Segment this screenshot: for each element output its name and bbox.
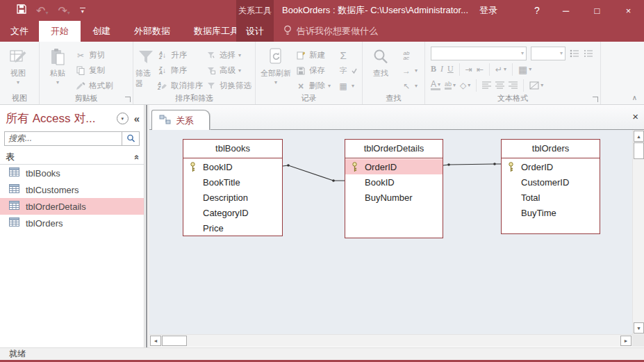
table-box-tblOrders[interactable]: tblOrders OrderID CustomerID Total BuyTi… [501,139,600,234]
copy-button[interactable]: 复制 [74,63,115,78]
refresh-all-button[interactable]: 全部刷新 ▾ [258,45,294,85]
close-button[interactable]: × [613,0,644,21]
maximize-button[interactable]: □ [581,0,613,21]
horizontal-scrollbar[interactable]: ◄ ► [149,334,632,347]
field-row[interactable]: BookID [345,174,443,190]
customize-quick-access-icon[interactable]: ▾ [80,8,85,13]
tell-me-box[interactable]: 告诉我你想要做什么 [283,21,378,42]
field-row[interactable]: CustomerID [502,174,600,190]
replace-button[interactable]: abac [399,48,419,63]
field-row[interactable]: Total [502,190,600,205]
table-box-title[interactable]: tblOrderDetails [345,140,443,158]
save-icon[interactable] [17,4,26,17]
redo-icon[interactable]: ↷▾ [58,4,69,17]
select-button[interactable]: ↖ ▾ [399,79,419,93]
italic-button[interactable]: I [440,64,443,74]
table-box-title[interactable]: tblBooks [183,140,282,158]
filter-button[interactable]: 筛选器 [135,45,156,89]
remove-sort-button[interactable]: AZ 取消排序 [156,79,204,93]
collapse-group-icon[interactable]: » [131,154,141,159]
numbering-icon[interactable] [584,49,593,58]
fill-color-button[interactable]: ◇▾ [460,81,470,90]
gridline-style-icon[interactable]: ▾ [529,81,543,90]
undo-icon[interactable]: ↶▾ [36,4,48,17]
scroll-right-icon[interactable]: ► [620,336,631,346]
group-label-clipboard: 剪贴板 [40,93,133,104]
more-records-button[interactable]: ▦ ▾ [336,79,358,93]
field-row[interactable]: Price [183,220,282,236]
font-name-combobox[interactable]: ▾ [431,47,527,60]
tab-design[interactable]: 设计 [236,21,274,42]
nav-pane-menu-icon[interactable]: ▾ [117,113,129,124]
tab-home[interactable]: 开始 [39,21,81,42]
format-painter-button[interactable]: 格式刷 [74,79,115,93]
cut-button[interactable]: ✂ 剪切 [74,48,115,63]
paste-button[interactable]: 粘贴 ▾ [42,45,74,85]
collapse-ribbon-icon[interactable]: ∧ [632,94,637,101]
bullets-icon[interactable] [570,49,579,58]
sign-in-button[interactable]: 登录 [479,0,497,21]
align-left-icon[interactable] [482,81,491,89]
text-direction-icon[interactable]: ↵▾ [495,65,506,74]
align-center-icon[interactable] [495,81,504,89]
nav-item-tblOrders[interactable]: tblOrders [0,215,144,231]
new-record-button[interactable]: 新建 [294,48,332,63]
field-row[interactable]: BookID [183,159,282,174]
totals-button[interactable]: Σ [336,48,358,63]
field-row-selected[interactable]: OrderID [345,159,443,174]
toggle-filter-button[interactable]: 切换筛选 [204,79,253,93]
tab-file[interactable]: 文件 [0,21,39,42]
decrease-indent-icon[interactable]: ⇤ [477,65,484,74]
nav-item-tblCustomers[interactable]: tblCustomers [0,181,144,198]
sort-ascending-button[interactable]: AZ↓ 升序 [156,48,204,63]
underline-button[interactable]: U [447,64,454,74]
sort-descending-button[interactable]: ZA↓ 降序 [156,63,204,78]
clipboard-dialog-launcher-icon[interactable] [125,97,131,102]
scroll-down-icon[interactable]: ▼ [634,322,644,334]
minimize-button[interactable]: ─ [550,0,581,21]
text-format-dialog-launcher-icon[interactable] [593,97,598,102]
delete-record-button[interactable]: × 删除 ▾ [294,79,332,93]
table-box-title[interactable]: tblOrders [502,140,600,158]
table-box-tblBooks[interactable]: tblBooks BookID BookTitle Description Ca… [183,139,283,236]
spelling-button[interactable]: 字 [336,63,358,78]
tab-relationships[interactable]: 关系 [151,110,210,131]
view-button[interactable]: 视图 ▾ [2,45,34,85]
field-row[interactable]: OrderID [502,159,600,174]
field-row[interactable]: CategoryID [183,205,282,220]
field-row[interactable]: BookTitle [183,174,282,190]
ribbon-group-views: 视图 ▾ 视图 [0,42,40,104]
tab-external-data[interactable]: 外部数据 [122,21,182,42]
increase-indent-icon[interactable]: ⇥ [465,65,472,74]
find-button[interactable]: 查找 [365,45,397,79]
field-row[interactable]: Description [183,190,282,205]
field-row[interactable]: BuyNumber [345,190,443,205]
scroll-left-icon[interactable]: ◄ [150,336,161,346]
table-box-tblOrderDetails[interactable]: tblOrderDetails OrderID BookID BuyNumber [345,139,443,238]
save-record-button[interactable]: 保存 [294,63,332,78]
field-row[interactable]: BuyTime [502,205,600,220]
search-icon[interactable] [122,132,139,145]
advanced-filter-button[interactable]: 高级 ▾ [204,63,253,78]
font-size-combobox[interactable]: ▾ [531,47,565,60]
bold-button[interactable]: B [431,64,436,74]
highlight-color-button[interactable]: ab▾ [445,81,456,90]
scroll-up-icon[interactable]: ▲ [634,131,644,142]
nav-item-tblOrderDetails[interactable]: tblOrderDetails [0,198,144,215]
nav-group-tables[interactable]: 表 » [0,150,144,165]
horizontal-scroll-thumb[interactable] [162,336,187,346]
vertical-scrollbar[interactable]: ▲ ▼ [632,130,644,334]
shutter-close-icon[interactable]: « [134,113,140,124]
font-color-button[interactable]: A▾ [431,81,440,90]
tab-create[interactable]: 创建 [81,21,122,42]
nav-pane-splitter[interactable] [144,105,149,347]
align-right-icon[interactable] [509,81,518,89]
close-document-icon[interactable]: × [632,111,638,122]
gridlines-icon[interactable]: ▦▾ [518,64,531,75]
vertical-scroll-thumb[interactable] [634,142,644,159]
help-button[interactable]: ? [527,0,547,21]
goto-button[interactable]: → ▾ [399,63,419,78]
selection-button[interactable]: 选择 ▾ [204,48,253,63]
nav-item-tblBooks[interactable]: tblBooks [0,165,144,181]
nav-search-box[interactable]: 搜索... [4,131,140,146]
